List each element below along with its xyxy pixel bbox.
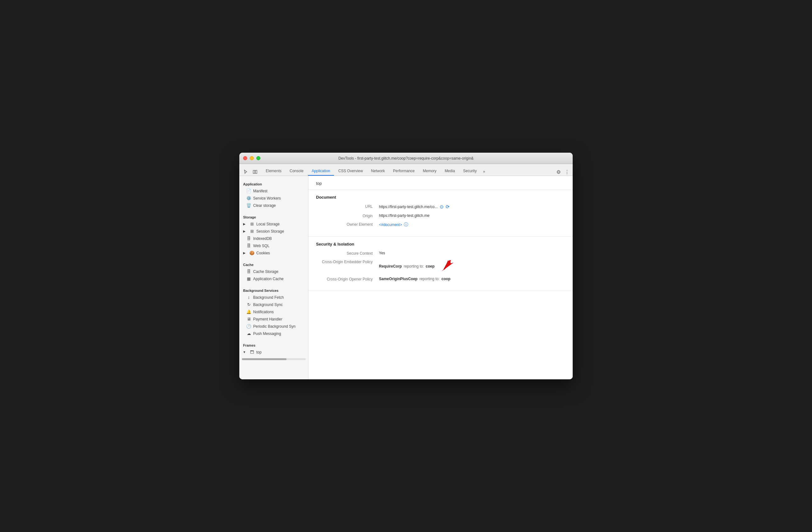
arrow-down-icon: ▼	[242, 350, 247, 354]
sidebar-item-payment-handler-label: Payment Handler	[253, 317, 282, 321]
coop-field-row: Cross-Origin Opener Policy SameOriginPlu…	[316, 277, 565, 281]
coep-field-row: Cross-Origin Embedder Policy RequireCorp…	[316, 260, 565, 273]
clear-storage-icon: 🗑️	[246, 203, 251, 208]
push-messaging-icon: ☁	[246, 331, 251, 336]
sidebar-item-periodic-background-sync-label: Periodic Background Syn	[253, 324, 295, 328]
sidebar-item-session-storage[interactable]: ▶ ⊞ Session Storage	[239, 228, 308, 235]
tabbar-actions: ⚙ ⋮	[556, 168, 570, 176]
local-storage-grid-icon: ⊞	[249, 222, 255, 226]
arrow-right-icon: ▶	[242, 222, 247, 226]
arrow-right-icon-3: ▶	[242, 251, 247, 255]
url-value: https://first-party-test.glitch.me/co...…	[379, 204, 450, 210]
sidebar-item-manifest[interactable]: 📄 Manifest	[239, 187, 308, 195]
origin-text: https://first-party-test.glitch.me	[379, 213, 430, 218]
info-icon[interactable]: ⓘ	[404, 222, 408, 228]
sidebar-item-application-cache-label: Application Cache	[253, 277, 284, 281]
url-label: URL	[316, 204, 379, 209]
coop-reporting-value: coop	[441, 277, 451, 281]
manifest-icon: 📄	[246, 188, 251, 193]
sidebar-item-web-sql[interactable]: 🗄 Web SQL	[239, 242, 308, 249]
origin-field-row: Origin https://first-party-test.glitch.m…	[316, 213, 565, 218]
tab-console[interactable]: Console	[286, 167, 307, 176]
owner-element-link[interactable]: <#document>	[379, 223, 402, 227]
sidebar-item-clear-storage[interactable]: 🗑️ Clear storage	[239, 202, 308, 209]
url-field-row: URL https://first-party-test.glitch.me/c…	[316, 204, 565, 210]
tabbar: Elements Console Application CSS Overvie…	[239, 164, 573, 176]
settings-icon[interactable]: ⚙	[556, 168, 561, 176]
sidebar-item-cache-storage-label: Cache Storage	[253, 269, 278, 274]
more-tabs-button[interactable]: »	[481, 167, 487, 176]
cache-storage-icon: 🗄	[246, 269, 251, 274]
sidebar-section-cache: Cache	[239, 259, 308, 268]
sidebar-item-top-frame[interactable]: ▼ 🗔 top	[239, 349, 308, 356]
coop-value: SameOriginPlusCoep reporting to: coop	[379, 277, 450, 281]
payment-handler-icon: 🖥	[246, 317, 251, 321]
sidebar-section-background-services: Background Services	[239, 285, 308, 294]
background-sync-icon: ↻	[246, 302, 251, 307]
coep-policy-text: RequireCorp	[379, 264, 402, 268]
sidebar-item-notifications[interactable]: 🔔 Notifications	[239, 308, 308, 316]
sidebar-item-local-storage[interactable]: ▶ ⊞ Local Storage	[239, 220, 308, 228]
window-title: DevTools - first-party-test.glitch.me/co…	[338, 156, 474, 160]
sidebar-item-clear-storage-label: Clear storage	[253, 204, 276, 208]
coep-reporting-value: coep	[426, 264, 435, 268]
tab-application[interactable]: Application	[308, 167, 334, 176]
more-actions-icon[interactable]: ⋮	[564, 168, 570, 176]
sidebar-item-service-workers-label: Service Workers	[253, 196, 281, 200]
titlebar: DevTools - first-party-test.glitch.me/co…	[239, 153, 573, 164]
sidebar-item-push-messaging[interactable]: ☁ Push Messaging	[239, 330, 308, 337]
security-section: Security & Isolation Secure Context Yes …	[308, 237, 573, 291]
coop-policy-text: SameOriginPlusCoep	[379, 277, 418, 281]
origin-label: Origin	[316, 213, 379, 218]
document-section: Document URL https://first-party-test.gl…	[308, 190, 573, 237]
tab-media[interactable]: Media	[441, 167, 459, 176]
sidebar-item-background-fetch[interactable]: ↕ Background Fetch	[239, 294, 308, 301]
content-panel: top Document URL https://first-party-tes…	[308, 176, 573, 379]
periodic-background-sync-icon: 🕐	[246, 324, 251, 328]
cross-origin-icon[interactable]: ⊙	[440, 204, 444, 210]
sidebar-item-periodic-background-sync[interactable]: 🕐 Periodic Background Syn	[239, 323, 308, 330]
coop-label: Cross-Origin Opener Policy	[316, 277, 379, 281]
close-button[interactable]	[243, 156, 247, 160]
sidebar-section-application: Application	[239, 179, 308, 187]
sidebar-item-background-sync[interactable]: ↻ Background Sync	[239, 301, 308, 308]
sidebar-item-cache-storage[interactable]: 🗄 Cache Storage	[239, 268, 308, 275]
origin-value: https://first-party-test.glitch.me	[379, 213, 430, 218]
sidebar-item-indexed-db[interactable]: 🗄 IndexedDB	[239, 235, 308, 242]
sidebar-scrollbar[interactable]	[242, 358, 306, 360]
sidebar-item-application-cache[interactable]: ▦ Application Cache	[239, 275, 308, 282]
notifications-icon: 🔔	[246, 309, 251, 314]
minimize-button[interactable]	[250, 156, 254, 160]
page-frame-label: top	[308, 176, 573, 190]
maximize-button[interactable]	[256, 156, 260, 160]
sidebar-item-background-fetch-label: Background Fetch	[253, 295, 284, 300]
sidebar-item-payment-handler[interactable]: 🖥 Payment Handler	[239, 316, 308, 323]
sidebar-item-service-workers[interactable]: ⚙️ Service Workers	[239, 195, 308, 202]
secure-context-label: Secure Context	[316, 251, 379, 256]
sidebar-item-top-frame-label: top	[256, 350, 262, 354]
cursor-icon[interactable]	[242, 168, 249, 176]
tab-network[interactable]: Network	[367, 167, 389, 176]
tab-performance[interactable]: Performance	[389, 167, 419, 176]
secure-context-value: Yes	[379, 251, 385, 255]
secure-context-text: Yes	[379, 251, 385, 255]
tab-icon-group	[242, 168, 259, 176]
tab-memory[interactable]: Memory	[419, 167, 440, 176]
sidebar-item-background-sync-label: Background Sync	[253, 303, 283, 307]
coep-value: RequireCorp reporting to: coep	[379, 260, 455, 273]
coep-label: Cross-Origin Embedder Policy	[316, 260, 379, 264]
tab-security[interactable]: Security	[460, 167, 480, 176]
document-section-title: Document	[316, 195, 565, 199]
indexed-db-icon: 🗄	[246, 236, 251, 241]
secure-context-field-row: Secure Context Yes	[316, 251, 565, 256]
dock-icon[interactable]	[251, 168, 259, 176]
sidebar-item-indexed-db-label: IndexedDB	[253, 236, 272, 241]
sidebar-item-local-storage-label: Local Storage	[256, 222, 279, 226]
reload-icon[interactable]: ⟳	[446, 204, 450, 210]
tab-elements[interactable]: Elements	[262, 167, 285, 176]
tab-css-overview[interactable]: CSS Overview	[335, 167, 367, 176]
sidebar-item-cookies[interactable]: ▶ 🍪 Cookies	[239, 249, 308, 256]
web-sql-icon: 🗄	[246, 243, 251, 248]
url-text: https://first-party-test.glitch.me/co...	[379, 205, 438, 209]
devtools-window: DevTools - first-party-test.glitch.me/co…	[239, 153, 573, 379]
